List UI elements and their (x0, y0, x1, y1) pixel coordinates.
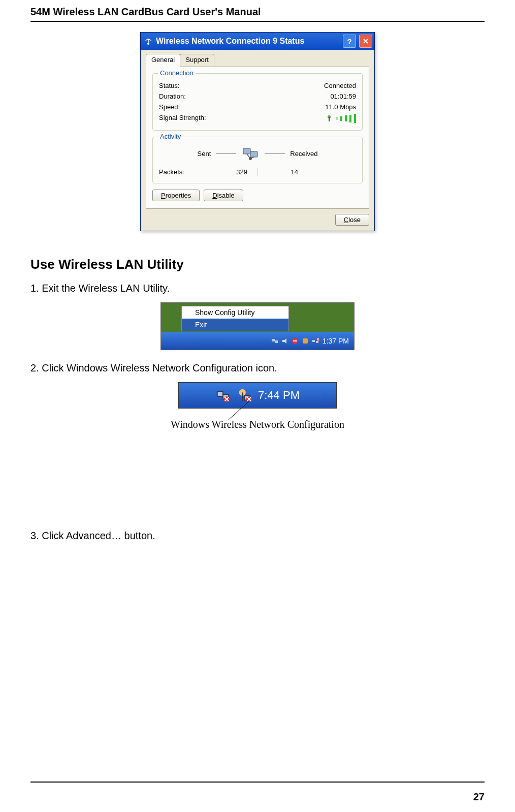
svg-rect-6 (272, 339, 275, 341)
activity-group: Activity Sent Received (152, 137, 363, 183)
header-rule (30, 21, 485, 22)
status-label: Status: (159, 82, 179, 89)
callout-arrow (30, 411, 485, 421)
received-label: Received (290, 150, 317, 158)
tab-support[interactable]: Support (180, 54, 214, 67)
step-2: 2. Click Windows Wireless Network Config… (30, 362, 485, 374)
close-dialog-button[interactable]: Close (335, 214, 369, 226)
svg-rect-2 (329, 117, 330, 121)
menu-exit[interactable]: Exit (182, 319, 288, 331)
svg-rect-12 (312, 340, 315, 342)
svg-point-0 (147, 43, 149, 45)
disable-button[interactable]: Disable (204, 190, 243, 201)
tray-blocked-icon[interactable] (291, 337, 299, 345)
svg-rect-11 (303, 338, 308, 343)
tray-clock-1: 1:37 PM (323, 337, 349, 345)
menu-show-config[interactable]: Show Config Utility (182, 306, 288, 319)
svg-rect-10 (293, 340, 297, 341)
tray-menu-screenshot: Show Config Utility Exit 1:37 PM (160, 302, 355, 350)
signal-bar-4 (349, 115, 351, 122)
signal-bar-2 (340, 116, 342, 121)
svg-rect-13 (316, 341, 318, 343)
tray-network-icon[interactable] (271, 337, 279, 345)
tab-general[interactable]: General (146, 54, 180, 67)
connection-legend: Connection (158, 69, 196, 77)
svg-rect-7 (275, 340, 278, 343)
activity-line-right (265, 153, 285, 154)
packets-received: 14 (268, 168, 298, 176)
svg-marker-8 (282, 338, 286, 343)
titlebar: Wireless Network Connection 9 Status ? (141, 33, 374, 50)
svg-rect-3 (243, 148, 250, 154)
close-button[interactable] (359, 35, 372, 48)
tray-context-menu: Show Config Utility Exit (181, 306, 289, 331)
packets-sent: 329 (217, 168, 247, 176)
signal-strength (325, 114, 356, 123)
dialog-title: Wireless Network Connection 9 Status (156, 37, 304, 46)
status-value: Connected (324, 82, 356, 89)
duration-label: Duration: (159, 92, 186, 100)
tray-clock-2: 7:44 PM (258, 389, 300, 402)
sent-label: Sent (198, 150, 211, 158)
tray-network-icon-2[interactable] (215, 388, 231, 403)
antenna-icon (325, 114, 333, 122)
signal-bar-3 (345, 115, 347, 121)
page-number: 27 (473, 791, 485, 803)
section-heading: Use Wireless LAN Utility (30, 257, 485, 272)
tray-volume-icon[interactable] (281, 337, 289, 345)
signal-label: Signal Strength: (159, 114, 206, 123)
speed-value: 11.0 Mbps (325, 103, 356, 111)
svg-rect-15 (217, 392, 223, 396)
help-button[interactable]: ? (343, 35, 356, 48)
status-dialog: Wireless Network Connection 9 Status ? G… (140, 32, 375, 231)
tray-wireless-icon[interactable] (311, 337, 319, 345)
footer-rule (30, 782, 485, 783)
signal-bar-1 (336, 117, 338, 120)
tray-app-icon[interactable] (301, 337, 309, 345)
step-1: 1. Exit the Wireless LAN Utility. (30, 283, 485, 294)
packets-separator (258, 168, 258, 176)
network-activity-icon (241, 144, 260, 163)
activity-line-left (216, 153, 236, 154)
svg-rect-4 (250, 151, 258, 157)
signal-bar-5 (354, 114, 356, 123)
close-icon (362, 38, 369, 45)
duration-value: 01:01:59 (330, 92, 356, 100)
packets-label: Packets: (159, 168, 217, 176)
taskbar: 1:37 PM (161, 332, 354, 350)
tray-wireless-config-icon[interactable] (237, 388, 252, 403)
step-3: 3. Click Advanced… button. (30, 530, 485, 542)
speed-label: Speed: (159, 103, 180, 111)
wireless-icon (144, 37, 153, 46)
connection-group: Connection Status: Connected Duration: 0… (152, 73, 363, 131)
page-header: 54M Wireless LAN CardBus Card User's Man… (30, 0, 485, 18)
svg-line-21 (229, 401, 249, 420)
properties-button[interactable]: Properties (152, 190, 200, 201)
activity-legend: Activity (158, 133, 183, 140)
